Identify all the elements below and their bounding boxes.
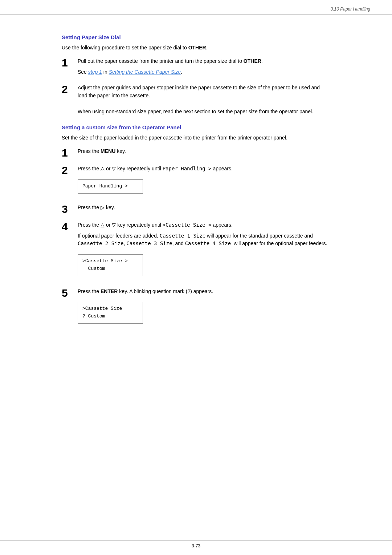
section1-intro-bold: OTHER bbox=[188, 45, 206, 50]
step-2-3-text: Press the ▷ key. bbox=[78, 204, 330, 212]
step-2-2-text: Press the △ or ▽ key repeatedly until Pa… bbox=[78, 165, 330, 173]
section2-heading: Setting a custom size from the Operator … bbox=[62, 124, 330, 130]
step-1-1-sub: See step 1 in Setting the Cassette Paper… bbox=[78, 68, 330, 76]
step-1-2-sub: When using non-standard size paper, read… bbox=[78, 108, 330, 116]
header-section-label: 3.10 Paper Handling bbox=[331, 7, 370, 12]
step-1-1-content: Pull out the paper cassette from the pri… bbox=[78, 57, 330, 79]
step-1-2-number: 2 bbox=[62, 84, 78, 95]
footer-page: 3-73 bbox=[192, 543, 200, 548]
page: 3.10 Paper Handling Setting Paper Size D… bbox=[0, 0, 392, 555]
step-2-1-number: 1 bbox=[62, 147, 78, 158]
step-2-5-number: 5 bbox=[62, 288, 78, 299]
step-2-5-text: Press the ENTER key. A blinking question… bbox=[78, 288, 330, 296]
step-1-2-text: Adjust the paper guides and paper stoppe… bbox=[78, 84, 330, 100]
step-2-2-codebox: Paper Handling > bbox=[78, 179, 143, 194]
step-2-3-number: 3 bbox=[62, 204, 78, 215]
step-2-4: 4 Press the △ or ▽ key repeatedly until … bbox=[62, 221, 330, 281]
section1-intro-end: . bbox=[206, 45, 208, 50]
header-section: 3.10 Paper Handling bbox=[331, 7, 370, 12]
step-2-5-codebox: >Cassette Size? Custom bbox=[78, 302, 143, 324]
section2-intro: Set the size of the paper loaded in the … bbox=[62, 134, 330, 142]
step-2-1-content: Press the MENU key. bbox=[78, 147, 330, 158]
step-1-1-bold: OTHER bbox=[244, 58, 261, 64]
step-2-4-code3: Cassette 2 Size bbox=[78, 240, 123, 246]
section1-heading: Setting Paper Size Dial bbox=[62, 34, 330, 40]
step-2-5-content: Press the ENTER key. A blinking question… bbox=[78, 288, 330, 329]
section2: Setting a custom size from the Operator … bbox=[62, 124, 330, 328]
step-1-1-number: 1 bbox=[62, 57, 78, 68]
step-2-1: 1 Press the MENU key. bbox=[62, 147, 330, 158]
step-2-2: 2 Press the △ or ▽ key repeatedly until … bbox=[62, 165, 330, 198]
step-2-4-content: Press the △ or ▽ key repeatedly until >C… bbox=[78, 221, 330, 281]
step-2-1-bold: MENU bbox=[101, 148, 115, 154]
step-2-4-codebox: >Cassette Size > Custom bbox=[78, 254, 143, 276]
step-2-4-sub: If optional paper feeders are added, Cas… bbox=[78, 232, 330, 248]
step-2-4-code5: Cassette 4 Size bbox=[185, 240, 231, 246]
top-rule bbox=[0, 15, 392, 15]
main-content: Setting Paper Size Dial Use the followin… bbox=[33, 0, 359, 359]
step-2-1-text: Press the MENU key. bbox=[78, 147, 330, 155]
step1-link1[interactable]: step 1 bbox=[88, 69, 102, 75]
step-2-4-code4: Cassette 3 Size bbox=[126, 240, 172, 246]
step-2-4-number: 4 bbox=[62, 221, 78, 232]
step-2-4-text: Press the △ or ▽ key repeatedly until >C… bbox=[78, 221, 330, 229]
step1-link2[interactable]: Setting the Cassette Paper Size bbox=[109, 69, 181, 75]
section1-intro: Use the following procedure to set the p… bbox=[62, 44, 330, 52]
step-1-2: 2 Adjust the paper guides and paper stop… bbox=[62, 84, 330, 102]
bottom-rule bbox=[0, 540, 392, 540]
step-2-3-content: Press the ▷ key. bbox=[78, 204, 330, 215]
step-2-3: 3 Press the ▷ key. bbox=[62, 204, 330, 215]
step-2-2-code: Paper Handling > bbox=[163, 166, 212, 171]
step-2-4-code: >Cassette Size > bbox=[163, 222, 212, 228]
step-2-2-number: 2 bbox=[62, 165, 78, 176]
step-2-5-bold: ENTER bbox=[101, 288, 118, 294]
step-2-2-content: Press the △ or ▽ key repeatedly until Pa… bbox=[78, 165, 330, 198]
step-2-5: 5 Press the ENTER key. A blinking questi… bbox=[62, 288, 330, 329]
step-1-1-text: Pull out the paper cassette from the pri… bbox=[78, 57, 330, 65]
step-2-4-code2: Cassette 1 Size bbox=[160, 233, 205, 239]
step-1-2-content: Adjust the paper guides and paper stoppe… bbox=[78, 84, 330, 102]
section1-intro-text: Use the following procedure to set the p… bbox=[62, 45, 188, 50]
section1: Setting Paper Size Dial Use the followin… bbox=[62, 34, 330, 116]
step-1-1: 1 Pull out the paper cassette from the p… bbox=[62, 57, 330, 79]
